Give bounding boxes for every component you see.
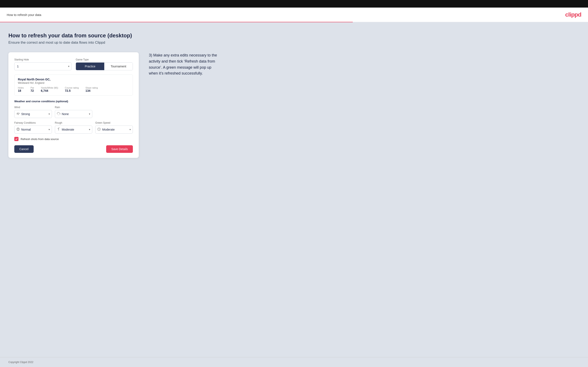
fairway-select[interactable]: Normal <box>14 125 52 133</box>
header-title: How to refresh your data <box>7 13 41 17</box>
rough-select[interactable]: Moderate <box>55 125 93 133</box>
course-rating-stat: Course rating 72.5 <box>65 86 79 92</box>
refresh-checkbox[interactable] <box>14 137 18 141</box>
course-info-box: Royal North Devon GC, Westward Ho!, Engl… <box>14 75 133 96</box>
rough-group: Rough Moderate ▾ <box>55 121 93 133</box>
page-subheading: Ensure the correct and most up to date d… <box>9 41 579 45</box>
logo: clippd <box>565 11 581 18</box>
content-row: Starting Hole 1 ▾ Game Type Practice Tou… <box>9 52 579 158</box>
conditions-title: Weather and course conditions (optional) <box>14 100 133 103</box>
rain-icon <box>57 112 60 116</box>
starting-hole-group: Starting Hole 1 ▾ <box>14 58 71 70</box>
copyright-text: Copyright Clippd 2022 <box>9 361 34 364</box>
rough-wrapper: Moderate ▾ <box>55 125 93 133</box>
save-button[interactable]: Save Details <box>106 145 133 153</box>
course-rating-value: 72.5 <box>65 89 79 92</box>
starting-hole-label: Starting Hole <box>14 58 71 61</box>
rain-select[interactable]: None <box>55 110 93 118</box>
starting-hole-select[interactable]: 1 <box>14 62 71 70</box>
rough-label: Rough <box>55 121 93 124</box>
refresh-label: Refresh shots from data source <box>21 138 59 141</box>
rain-group: Rain None ▾ <box>55 106 93 118</box>
course-location: Westward Ho!, England <box>18 82 129 84</box>
green-speed-icon <box>97 128 101 132</box>
tournament-button[interactable]: Tournament <box>104 63 133 70</box>
rough-icon <box>57 128 60 132</box>
yards-stat: Yards/White (M)) 6,744 <box>41 86 58 92</box>
card: Starting Hole 1 ▾ Game Type Practice Tou… <box>9 52 139 158</box>
fairway-icon <box>16 128 20 132</box>
conditions-row-1: Wind Strong ▾ Rain <box>14 106 133 118</box>
fairway-label: Fairway Conditions <box>14 121 52 124</box>
wind-wrapper: Strong ▾ <box>14 110 52 118</box>
game-type-label: Game Type <box>76 58 133 61</box>
holes-stat: Holes 18 <box>18 86 24 92</box>
holes-label: Holes <box>18 86 24 89</box>
course-name: Royal North Devon GC, <box>18 78 129 81</box>
wind-select[interactable]: Strong <box>14 110 52 118</box>
game-type-group: Game Type Practice Tournament <box>76 58 133 70</box>
wind-group: Wind Strong ▾ <box>14 106 52 118</box>
fairway-wrapper: Normal ▾ <box>14 125 52 133</box>
buttons-row: Cancel Save Details <box>14 145 133 153</box>
green-label: Green Speed <box>95 121 133 124</box>
course-stats: Holes 18 Par 72 Yards/White (M)) 6,744 C… <box>18 86 129 92</box>
header: How to refresh your data clippd <box>0 8 588 22</box>
rain-wrapper: None ▾ <box>55 110 93 118</box>
conditions-row-2: Fairway Conditions Normal ▾ Rough <box>14 121 133 133</box>
slope-rating-value: 134 <box>86 89 98 92</box>
cancel-button[interactable]: Cancel <box>14 145 34 153</box>
green-wrapper: Moderate ▾ <box>95 125 133 133</box>
yards-value: 6,744 <box>41 89 58 92</box>
yards-label: Yards/White (M)) <box>41 86 58 89</box>
main-content: How to refresh your data from source (de… <box>0 22 588 357</box>
green-select[interactable]: Moderate <box>95 125 133 133</box>
sidebar-text: 3) Make any extra edits necessary to the… <box>149 52 220 76</box>
page-heading: How to refresh your data from source (de… <box>9 32 579 39</box>
slope-rating-label: Slope rating <box>86 86 98 89</box>
practice-button[interactable]: Practice <box>76 63 104 70</box>
fairway-group: Fairway Conditions Normal ▾ <box>14 121 52 133</box>
rain-label: Rain <box>55 106 93 109</box>
green-group: Green Speed Moderate ▾ <box>95 121 133 133</box>
footer: Copyright Clippd 2022 <box>0 357 588 367</box>
course-rating-label: Course rating <box>65 86 79 89</box>
par-label: Par <box>30 86 34 89</box>
checkbox-row: Refresh shots from data source <box>14 137 133 141</box>
top-bar <box>0 0 588 8</box>
holes-value: 18 <box>18 89 24 92</box>
svg-point-4 <box>17 128 19 131</box>
par-value: 72 <box>30 89 34 92</box>
slope-rating-stat: Slope rating 134 <box>86 86 98 92</box>
game-type-buttons: Practice Tournament <box>76 62 133 70</box>
starting-hole-wrapper: 1 ▾ <box>14 62 71 70</box>
par-stat: Par 72 <box>30 86 34 92</box>
wind-label: Wind <box>14 106 52 109</box>
sidebar-paragraph: 3) Make any extra edits necessary to the… <box>149 52 220 76</box>
wind-icon <box>16 112 20 116</box>
form-row-top: Starting Hole 1 ▾ Game Type Practice Tou… <box>14 58 133 70</box>
